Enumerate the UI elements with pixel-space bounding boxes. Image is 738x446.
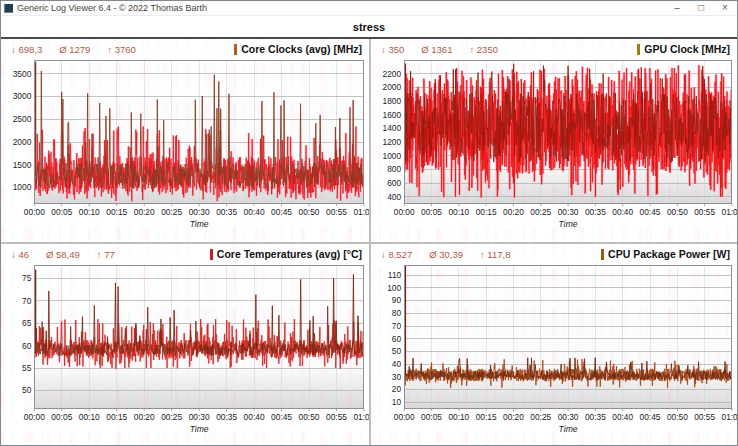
stat-max: ↑ 77	[97, 249, 115, 260]
svg-text:1000: 1000	[13, 182, 32, 192]
svg-text:400: 400	[387, 192, 401, 202]
svg-text:00:15: 00:15	[476, 207, 497, 217]
svg-text:1600: 1600	[383, 110, 402, 120]
svg-text:Time: Time	[559, 424, 578, 434]
svg-text:3000: 3000	[13, 91, 32, 101]
svg-text:00:50: 00:50	[667, 207, 688, 217]
panel-header: ↓ 698,3 Ø 1279 ↑ 3760 Core Clocks (avg) …	[1, 39, 369, 56]
svg-text:3500: 3500	[13, 69, 32, 79]
svg-text:00:25: 00:25	[161, 412, 182, 422]
chart-cpu-package-power[interactable]: 10203040506070809010011000:0000:0500:100…	[371, 261, 737, 443]
stat-min: ↓ 350	[381, 44, 404, 55]
panel-header: ↓ 46 Ø 58,49 ↑ 77 Core Temperatures (avg…	[1, 244, 369, 261]
svg-text:00:35: 00:35	[585, 207, 606, 217]
svg-text:00:25: 00:25	[530, 412, 551, 422]
panel-gpu-clock: ↓ 350 Ø 1361 ↑ 2350 GPU Clock [MHz] 4006…	[369, 39, 737, 242]
svg-text:60: 60	[22, 341, 32, 351]
svg-text:2500: 2500	[13, 114, 32, 124]
svg-text:2000: 2000	[383, 82, 402, 92]
panel-title: GPU Clock [MHz]	[644, 43, 730, 55]
maximize-button[interactable]: □	[689, 1, 713, 15]
svg-text:00:45: 00:45	[640, 412, 661, 422]
svg-text:00:35: 00:35	[216, 207, 237, 217]
svg-text:55: 55	[22, 363, 32, 373]
svg-text:00:00: 00:00	[24, 412, 45, 422]
svg-text:800: 800	[387, 164, 401, 174]
svg-text:1200: 1200	[383, 137, 402, 147]
svg-text:01:00: 01:00	[353, 412, 369, 422]
svg-text:00:30: 00:30	[189, 412, 210, 422]
svg-text:Time: Time	[190, 424, 209, 434]
series-color-bar	[210, 249, 213, 260]
series-color-bar	[637, 44, 640, 55]
svg-text:1400: 1400	[383, 123, 402, 133]
svg-text:90: 90	[392, 295, 402, 305]
svg-text:Time: Time	[559, 219, 578, 229]
svg-text:00:05: 00:05	[51, 207, 72, 217]
svg-text:00:55: 00:55	[694, 207, 715, 217]
svg-text:01:00: 01:00	[722, 207, 737, 217]
panel-stats: ↓ 698,3 Ø 1279 ↑ 3760	[11, 44, 136, 55]
chart-core-temperatures[interactable]: 50556065707500:0000:0500:1000:1500:2000:…	[1, 261, 369, 443]
titlebar: Generic Log Viewer 6.4 - © 2022 Thomas B…	[1, 1, 737, 16]
panel-core-clocks: ↓ 698,3 Ø 1279 ↑ 3760 Core Clocks (avg) …	[1, 39, 369, 242]
series-color-bar	[234, 44, 237, 55]
svg-text:00:40: 00:40	[612, 207, 633, 217]
svg-text:01:00: 01:00	[353, 207, 369, 217]
svg-text:00:55: 00:55	[326, 207, 347, 217]
svg-text:00:50: 00:50	[299, 412, 320, 422]
panel-title: Core Temperatures (avg) [°C]	[217, 248, 362, 260]
stat-avg: Ø 30,39	[429, 249, 463, 260]
app-window: Generic Log Viewer 6.4 - © 2022 Thomas B…	[0, 0, 738, 446]
svg-text:00:35: 00:35	[585, 412, 606, 422]
svg-text:00:15: 00:15	[476, 412, 497, 422]
svg-text:00:05: 00:05	[51, 412, 72, 422]
series-color-bar	[601, 249, 604, 260]
tab-strip: stress	[1, 16, 737, 39]
chart-gpu-clock[interactable]: 400600800100012001400160018002000220000:…	[371, 56, 737, 238]
svg-text:100: 100	[387, 283, 401, 293]
svg-text:75: 75	[22, 273, 32, 283]
svg-text:00:25: 00:25	[530, 207, 551, 217]
svg-text:00:00: 00:00	[394, 207, 415, 217]
stat-max: ↑ 2350	[469, 44, 498, 55]
svg-text:00:20: 00:20	[503, 207, 524, 217]
stat-min: ↓ 698,3	[11, 44, 42, 55]
chart-core-clocks[interactable]: 10001500200025003000350000:0000:0500:100…	[1, 56, 369, 238]
stat-min: ↓ 46	[11, 249, 29, 260]
stat-avg: Ø 1361	[421, 44, 452, 55]
close-button[interactable]: ×	[713, 1, 737, 15]
svg-text:00:45: 00:45	[640, 207, 661, 217]
stat-avg: Ø 58,49	[46, 249, 80, 260]
svg-text:50: 50	[22, 386, 32, 396]
stat-min: ↓ 8,527	[381, 249, 412, 260]
svg-text:00:55: 00:55	[326, 412, 347, 422]
panel-stats: ↓ 8,527 Ø 30,39 ↑ 117,8	[381, 249, 510, 260]
panel-cpu-package-power: ↓ 8,527 Ø 30,39 ↑ 117,8 CPU Package Powe…	[369, 242, 737, 445]
panel-core-temperatures: ↓ 46 Ø 58,49 ↑ 77 Core Temperatures (avg…	[1, 242, 369, 445]
svg-text:00:30: 00:30	[558, 412, 579, 422]
svg-text:00:20: 00:20	[134, 207, 155, 217]
svg-text:30: 30	[392, 372, 402, 382]
app-icon	[4, 4, 13, 13]
minimize-button[interactable]: –	[665, 1, 689, 15]
svg-text:00:40: 00:40	[612, 412, 633, 422]
svg-text:00:30: 00:30	[189, 207, 210, 217]
svg-text:110: 110	[388, 270, 402, 280]
svg-text:1800: 1800	[383, 96, 402, 106]
svg-text:00:30: 00:30	[558, 207, 579, 217]
stat-max: ↑ 3760	[107, 44, 136, 55]
svg-text:00:00: 00:00	[24, 207, 45, 217]
tab-stress[interactable]: stress	[353, 21, 385, 33]
panel-grid: ↓ 698,3 Ø 1279 ↑ 3760 Core Clocks (avg) …	[1, 39, 737, 445]
svg-text:00:05: 00:05	[421, 412, 442, 422]
svg-text:00:50: 00:50	[299, 207, 320, 217]
stat-max: ↑ 117,8	[480, 249, 510, 260]
svg-text:00:10: 00:10	[448, 207, 469, 217]
svg-text:2200: 2200	[383, 69, 402, 79]
panel-header: ↓ 8,527 Ø 30,39 ↑ 117,8 CPU Package Powe…	[371, 244, 737, 261]
svg-text:00:40: 00:40	[244, 412, 265, 422]
svg-text:70: 70	[22, 296, 32, 306]
svg-text:00:25: 00:25	[161, 207, 182, 217]
svg-text:600: 600	[387, 178, 401, 188]
